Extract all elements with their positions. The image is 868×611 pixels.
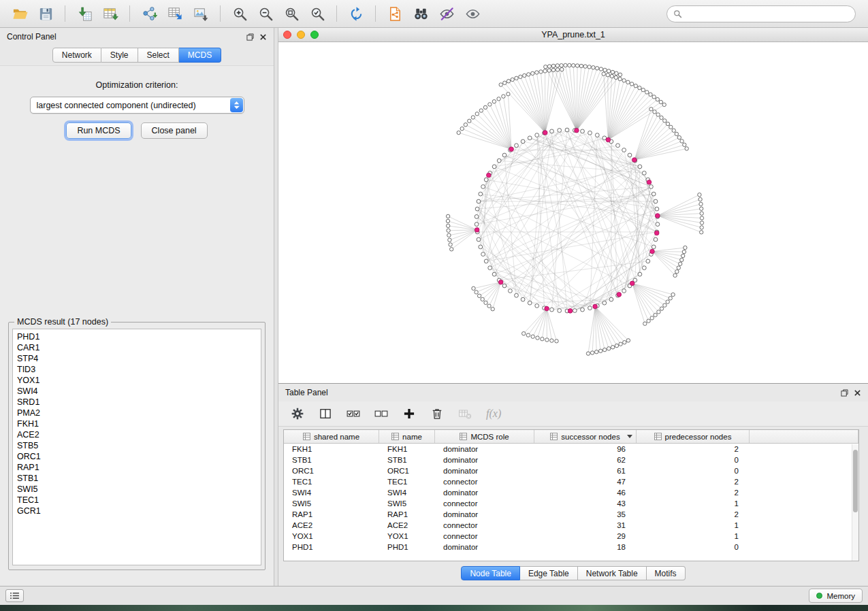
image-export-icon	[193, 6, 209, 22]
result-node-item[interactable]: GCR1	[17, 506, 261, 516]
result-node-item[interactable]: PMA2	[17, 408, 261, 418]
tab-network[interactable]: Network	[52, 48, 101, 63]
criterion-select[interactable]: largest connected component (undirected)	[30, 97, 244, 114]
select-all-button[interactable]	[347, 407, 360, 420]
float-table-panel-button[interactable]	[841, 389, 848, 397]
network-file-icon	[142, 6, 157, 22]
close-panel-button[interactable]	[259, 33, 267, 41]
show-panels-button[interactable]	[5, 589, 24, 602]
table-cell: 61	[534, 465, 637, 476]
zoom-in-icon	[232, 6, 248, 22]
table-cell: STB1	[284, 455, 379, 465]
result-node-item[interactable]: TEC1	[17, 495, 261, 506]
table-row[interactable]: RAP1RAP1dominator352	[284, 509, 858, 520]
column-header-successor-nodes[interactable]: successor nodes	[534, 430, 637, 443]
network-graph[interactable]	[278, 42, 868, 383]
scrollbar-thumb[interactable]	[853, 450, 858, 512]
close-window-button[interactable]	[283, 31, 291, 39]
table-cell: 0	[637, 465, 750, 476]
table-scrollbar[interactable]	[852, 444, 858, 561]
result-node-item[interactable]: SWI4	[17, 386, 261, 397]
result-node-item[interactable]: FKH1	[17, 418, 261, 429]
close-table-panel-button[interactable]	[854, 389, 861, 397]
result-node-item[interactable]: RAP1	[17, 462, 261, 473]
tab-network-table[interactable]: Network Table	[578, 566, 647, 580]
import-network-table-button[interactable]	[162, 3, 188, 24]
column-header-name[interactable]: name	[379, 430, 435, 443]
open-session-button[interactable]	[7, 3, 33, 24]
result-node-item[interactable]: CAR1	[17, 342, 261, 353]
result-node-item[interactable]: ORC1	[17, 451, 261, 462]
table-cell: SWI5	[379, 498, 435, 509]
table-cell: 46	[534, 487, 637, 498]
result-node-item[interactable]: STB1	[17, 473, 261, 484]
result-node-item[interactable]: STP4	[17, 353, 261, 364]
tab-style[interactable]: Style	[101, 48, 138, 63]
zoom-fit-button[interactable]	[278, 3, 304, 24]
sort-dropdown-icon[interactable]	[627, 435, 632, 438]
table-row[interactable]: STB1STB1dominator620	[284, 455, 858, 465]
column-header-predecessor-nodes[interactable]: predecessor nodes	[637, 430, 750, 443]
mcds-result-groupbox: MCDS result (17 nodes) PHD1CAR1STP4TID3Y…	[8, 317, 266, 570]
table-settings-button[interactable]	[291, 407, 304, 420]
memory-button[interactable]: Memory	[809, 589, 863, 603]
table-cell: 2	[637, 444, 750, 455]
maximize-window-button[interactable]	[310, 31, 319, 39]
column-header-shared-name[interactable]: shared name	[284, 430, 379, 443]
table-row[interactable]: SWI5SWI5connector431	[284, 498, 858, 509]
network-canvas[interactable]	[278, 42, 868, 383]
close-panel-button-mcds[interactable]: Close panel	[141, 122, 208, 139]
zoom-selected-button[interactable]	[304, 3, 330, 24]
export-image-button[interactable]	[188, 3, 214, 24]
table-row[interactable]: ORC1ORC1dominator610	[284, 465, 858, 476]
show-columns-button[interactable]	[319, 407, 332, 420]
float-panel-button[interactable]	[246, 33, 254, 41]
deselect-all-button[interactable]	[374, 407, 388, 420]
import-table-file-button[interactable]	[71, 3, 97, 24]
network-search-box[interactable]	[666, 5, 856, 22]
table-row[interactable]: PHD1PHD1dominator180	[284, 542, 858, 552]
tab-edge-table[interactable]: Edge Table	[520, 566, 578, 580]
table-import-icon	[103, 6, 118, 22]
run-mcds-button[interactable]: Run MCDS	[66, 122, 131, 139]
table-header-row: shared name name MCDS role successor nod…	[284, 430, 858, 444]
add-column-button[interactable]	[402, 407, 416, 420]
tab-node-table[interactable]: Node Table	[461, 566, 520, 580]
table-row[interactable]: TEC1TEC1connector472	[284, 476, 858, 487]
zoom-out-button[interactable]	[253, 3, 278, 24]
panel-splitter[interactable]	[274, 28, 278, 586]
find-network-button[interactable]	[408, 3, 434, 24]
table-cell: RAP1	[379, 509, 435, 520]
table-row[interactable]: YOX1YOX1connector291	[284, 531, 858, 542]
table-row[interactable]: FKH1FKH1dominator962	[284, 444, 858, 455]
result-node-item[interactable]: STB5	[17, 440, 261, 451]
zoom-fit-icon	[284, 6, 300, 22]
tab-select[interactable]: Select	[138, 48, 179, 63]
plus-icon	[402, 407, 416, 420]
table-row[interactable]: ACE2ACE2connector311	[284, 520, 858, 531]
result-node-item[interactable]: YOX1	[17, 375, 261, 386]
show-details-button[interactable]	[460, 3, 485, 24]
refresh-button[interactable]	[343, 3, 369, 24]
table-row[interactable]: SWI4SWI4dominator462	[284, 487, 858, 498]
result-node-item[interactable]: SRD1	[17, 397, 261, 408]
tab-mcds[interactable]: MCDS	[179, 48, 221, 63]
tab-motifs[interactable]: Motifs	[647, 566, 686, 580]
eye-icon	[465, 6, 481, 22]
import-table-button[interactable]	[97, 3, 123, 24]
memory-label: Memory	[826, 592, 855, 600]
share-document-button[interactable]	[382, 3, 408, 24]
minimize-window-button[interactable]	[297, 31, 305, 39]
result-node-item[interactable]: TID3	[17, 364, 261, 375]
result-node-item[interactable]: PHD1	[17, 331, 261, 342]
save-session-button[interactable]	[33, 3, 59, 24]
hide-details-button[interactable]	[434, 3, 460, 24]
table-cell: 1	[637, 520, 750, 531]
search-input[interactable]	[686, 9, 849, 18]
delete-column-button[interactable]	[430, 407, 444, 420]
zoom-in-button[interactable]	[227, 3, 253, 24]
result-node-item[interactable]: SWI5	[17, 484, 261, 495]
import-network-file-button[interactable]	[136, 3, 162, 24]
column-header-mcds-role[interactable]: MCDS role	[435, 430, 534, 443]
result-node-item[interactable]: ACE2	[17, 429, 261, 440]
